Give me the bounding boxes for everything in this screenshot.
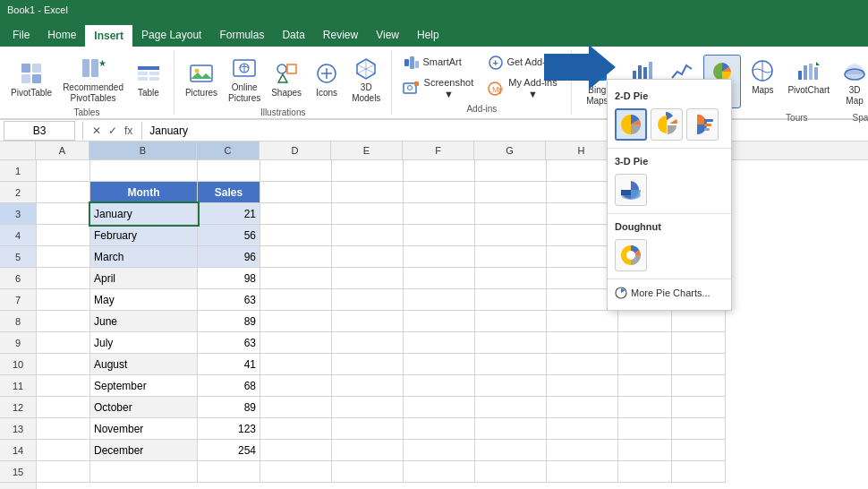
cell-h10[interactable] [547,354,618,375]
more-pie-charts-button[interactable]: More Pie Charts... [608,283,731,303]
cell-f7[interactable] [404,289,475,311]
cell-h11[interactable] [547,375,618,397]
cell-b6[interactable]: April [90,268,198,289]
cell-e13[interactable] [332,418,404,440]
tab-file[interactable]: File [4,23,38,47]
row-header-11[interactable]: 11 [0,375,36,397]
cell-j8[interactable] [672,311,726,332]
cell-b15[interactable] [90,461,198,483]
tab-view[interactable]: View [367,23,408,47]
cell-e9[interactable] [332,332,404,354]
3d-map-button[interactable]: 3DMap [837,55,868,108]
cell-e6[interactable] [332,268,404,289]
pie-bar-button[interactable] [686,108,719,141]
cell-f5[interactable] [404,246,475,268]
cell-b5[interactable]: March [90,246,198,268]
cell-f3[interactable] [404,203,475,225]
cell-a6[interactable] [37,268,90,289]
cell-i10[interactable] [618,354,672,375]
row-header-2[interactable]: 2 [0,182,36,203]
cell-g15[interactable] [475,461,547,483]
cell-c3[interactable]: 21 [198,203,260,225]
row-header-1[interactable]: 1 [0,160,36,182]
insert-function-icon[interactable]: fx [123,124,134,137]
cell-d8[interactable] [260,311,332,332]
formula-input[interactable] [146,124,868,137]
cell-i8[interactable] [618,311,672,332]
cell-g8[interactable] [475,311,547,332]
cell-h9[interactable] [547,332,618,354]
cell-b11[interactable]: September [90,375,198,397]
cell-c15[interactable] [198,461,260,483]
cell-e10[interactable] [332,354,404,375]
tab-data[interactable]: Data [273,23,313,47]
doughnut-button[interactable] [615,239,647,271]
cell-a10[interactable] [37,354,90,375]
row-header-7[interactable]: 7 [0,289,36,311]
cell-i13[interactable] [618,418,672,440]
cell-h15[interactable] [547,461,618,483]
cell-d14[interactable] [260,440,332,461]
tab-review[interactable]: Review [314,23,367,47]
cell-g13[interactable] [475,418,547,440]
cell-j12[interactable] [672,397,726,418]
cell-b9[interactable]: July [90,332,198,354]
cell-a13[interactable] [37,418,90,440]
cell-c11[interactable]: 68 [198,375,260,397]
row-header-5[interactable]: 5 [0,246,36,268]
cancel-formula-icon[interactable]: ✕ [90,124,103,137]
cell-f14[interactable] [404,440,475,461]
icons-button[interactable]: Icons [309,57,345,100]
cell-i14[interactable] [618,440,672,461]
row-header-14[interactable]: 14 [0,440,36,461]
recommended-pivots-button[interactable]: ★ RecommendedPivotTables [59,52,127,106]
col-header-a[interactable]: A [36,142,89,159]
cell-a11[interactable] [37,375,90,397]
cell-b1[interactable] [90,160,198,182]
cell-a3[interactable] [37,203,90,225]
cell-b2[interactable]: Month [90,182,198,203]
cell-f4[interactable] [404,225,475,246]
cell-b14[interactable]: December [90,440,198,461]
cell-e1[interactable] [332,160,404,182]
cell-b8[interactable]: June [90,311,198,332]
cell-g4[interactable] [475,225,547,246]
cell-j13[interactable] [672,418,726,440]
tab-help[interactable]: Help [408,23,448,47]
confirm-formula-icon[interactable]: ✓ [106,124,119,137]
cell-c2[interactable]: Sales [198,182,260,203]
row-header-12[interactable]: 12 [0,397,36,418]
cell-d9[interactable] [260,332,332,354]
cell-g1[interactable] [475,160,547,182]
name-box[interactable] [4,121,75,141]
cell-c9[interactable]: 63 [198,332,260,354]
cell-d12[interactable] [260,397,332,418]
cell-d2[interactable] [260,182,332,203]
pie-basic-button[interactable] [615,108,647,141]
row-header-4[interactable]: 4 [0,225,36,246]
pivot-table-button[interactable]: PivotTable [7,57,55,100]
col-header-f[interactable]: F [403,142,474,159]
cell-e7[interactable] [332,289,404,311]
cell-c6[interactable]: 98 [198,268,260,289]
cell-g5[interactable] [475,246,547,268]
cell-b4[interactable]: February [90,225,198,246]
cell-d1[interactable] [260,160,332,182]
cell-e5[interactable] [332,246,404,268]
cell-b3[interactable]: January [90,203,198,225]
cell-c8[interactable]: 89 [198,311,260,332]
cell-f12[interactable] [404,397,475,418]
cell-e14[interactable] [332,440,404,461]
cell-f10[interactable] [404,354,475,375]
col-header-g[interactable]: G [474,142,546,159]
cell-g7[interactable] [475,289,547,311]
cell-c14[interactable]: 254 [198,440,260,461]
cell-d13[interactable] [260,418,332,440]
cell-i15[interactable] [618,461,672,483]
cell-h14[interactable] [547,440,618,461]
tab-home[interactable]: Home [38,23,85,47]
cell-f13[interactable] [404,418,475,440]
cell-j11[interactable] [672,375,726,397]
cell-d15[interactable] [260,461,332,483]
cell-h12[interactable] [547,397,618,418]
